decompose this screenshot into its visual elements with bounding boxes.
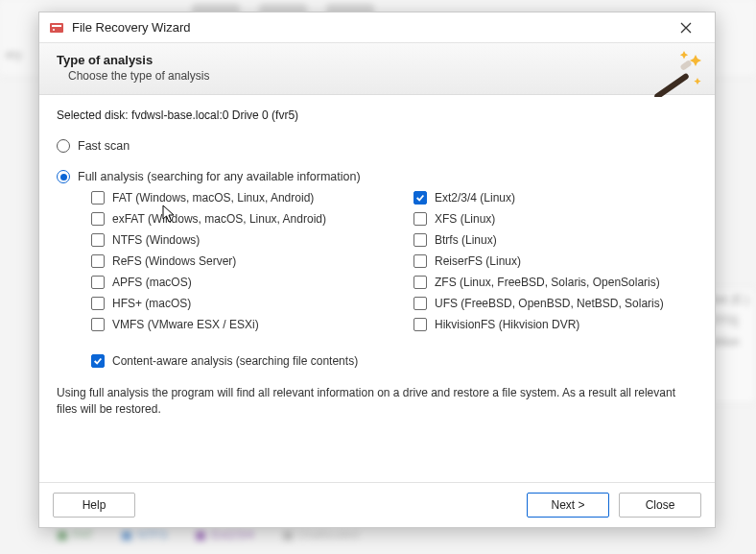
wizard-wand-icon bbox=[648, 49, 701, 97]
wizard-body: Selected disk: fvdwsl-base.local:0 Drive… bbox=[39, 95, 715, 482]
window-title: File Recovery Wizard bbox=[72, 20, 667, 35]
filesystem-grid: FAT (Windows, macOS, Linux, Android)Ext2… bbox=[91, 191, 697, 331]
fs-checkbox-btrfs[interactable]: Btrfs (Linux) bbox=[413, 233, 697, 247]
fs-checkbox-ufs[interactable]: UFS (FreeBSD, OpenBSD, NetBSD, Solaris) bbox=[413, 297, 697, 310]
analysis-description: Using full analysis the program will fin… bbox=[57, 385, 697, 419]
fs-checkbox-exfat[interactable]: exFAT (Windows, macOS, Linux, Android) bbox=[91, 212, 375, 226]
fast-scan-label: Fast scan bbox=[78, 139, 130, 153]
close-window-button[interactable] bbox=[667, 12, 705, 42]
app-icon bbox=[49, 20, 64, 36]
fs-label: Ext2/3/4 (Linux) bbox=[435, 191, 515, 205]
svg-rect-3 bbox=[653, 72, 690, 97]
fs-label: HikvisionFS (Hikvision DVR) bbox=[435, 318, 579, 331]
fs-checkbox-vmfs[interactable]: VMFS (VMware ESX / ESXi) bbox=[91, 318, 375, 331]
fs-label: ReiserFS (Linux) bbox=[435, 254, 521, 268]
svg-rect-4 bbox=[679, 60, 692, 71]
svg-point-2 bbox=[53, 29, 55, 31]
radio-icon bbox=[57, 170, 70, 183]
selected-disk-value: fvdwsl-base.local:0 Drive 0 (fvr5) bbox=[131, 108, 298, 122]
fs-checkbox-reiser[interactable]: ReiserFS (Linux) bbox=[413, 254, 697, 268]
background-legend: FAT NTFS Ext2/3/4 Unallocated bbox=[58, 525, 737, 544]
checkbox-icon bbox=[91, 297, 105, 310]
fs-checkbox-zfs[interactable]: ZFS (Linux, FreeBSD, Solaris, OpenSolari… bbox=[413, 276, 697, 289]
fs-checkbox-ext[interactable]: Ext2/3/4 (Linux) bbox=[413, 191, 697, 205]
fs-checkbox-ntfs[interactable]: NTFS (Windows) bbox=[91, 233, 375, 247]
fs-checkbox-fat[interactable]: FAT (Windows, macOS, Linux, Android) bbox=[91, 191, 375, 205]
selected-disk-label: Selected disk: bbox=[57, 108, 131, 122]
checkbox-icon bbox=[413, 318, 427, 331]
close-icon bbox=[680, 22, 692, 34]
fs-label: APFS (macOS) bbox=[112, 276, 192, 289]
checkbox-icon bbox=[91, 212, 105, 226]
fast-scan-radio[interactable]: Fast scan bbox=[57, 139, 697, 153]
next-button[interactable]: Next > bbox=[527, 493, 609, 518]
fs-label: FAT (Windows, macOS, Linux, Android) bbox=[112, 191, 314, 205]
checkbox-icon bbox=[413, 297, 427, 310]
content-aware-checkbox[interactable]: Content-aware analysis (searching file c… bbox=[91, 354, 697, 368]
selected-disk-row: Selected disk: fvdwsl-base.local:0 Drive… bbox=[57, 108, 697, 122]
fs-label: exFAT (Windows, macOS, Linux, Android) bbox=[112, 212, 326, 226]
checkbox-icon bbox=[413, 212, 427, 226]
fs-label: Btrfs (Linux) bbox=[435, 233, 497, 247]
checkbox-icon bbox=[413, 191, 427, 205]
fs-label: ReFS (Windows Server) bbox=[112, 254, 236, 268]
content-aware-label: Content-aware analysis (searching file c… bbox=[112, 354, 358, 368]
fs-checkbox-hikfs[interactable]: HikvisionFS (Hikvision DVR) bbox=[413, 318, 697, 331]
svg-rect-0 bbox=[50, 23, 63, 33]
fs-label: HFS+ (macOS) bbox=[112, 297, 191, 310]
checkbox-icon bbox=[91, 254, 105, 268]
wizard-header: Type of analysis Choose the type of anal… bbox=[39, 43, 715, 95]
titlebar: File Recovery Wizard bbox=[39, 12, 715, 43]
full-analysis-label: Full analysis (searching for any availab… bbox=[78, 170, 361, 183]
page-title: Type of analysis bbox=[57, 53, 697, 67]
checkbox-icon bbox=[91, 191, 105, 205]
svg-rect-1 bbox=[52, 25, 61, 27]
checkbox-icon bbox=[91, 354, 105, 368]
radio-icon bbox=[57, 139, 70, 153]
fs-label: VMFS (VMware ESX / ESXi) bbox=[112, 318, 259, 331]
checkbox-icon bbox=[413, 254, 427, 268]
checkbox-icon bbox=[91, 233, 105, 247]
fs-label: XFS (Linux) bbox=[435, 212, 495, 226]
file-recovery-wizard-dialog: File Recovery Wizard Type of analysis Ch… bbox=[38, 12, 716, 528]
fs-label: ZFS (Linux, FreeBSD, Solaris, OpenSolari… bbox=[435, 276, 660, 289]
checkbox-icon bbox=[413, 233, 427, 247]
full-analysis-radio[interactable]: Full analysis (searching for any availab… bbox=[57, 170, 697, 183]
fs-checkbox-refs[interactable]: ReFS (Windows Server) bbox=[91, 254, 375, 268]
close-button[interactable]: Close bbox=[619, 493, 701, 518]
fs-checkbox-xfs[interactable]: XFS (Linux) bbox=[413, 212, 697, 226]
checkbox-icon bbox=[413, 276, 427, 289]
checkbox-icon bbox=[91, 276, 105, 289]
page-subtitle: Choose the type of analysis bbox=[68, 69, 697, 83]
help-button[interactable]: Help bbox=[53, 493, 135, 518]
fs-checkbox-hfsplus[interactable]: HFS+ (macOS) bbox=[91, 297, 375, 310]
fs-checkbox-apfs[interactable]: APFS (macOS) bbox=[91, 276, 375, 289]
checkbox-icon bbox=[91, 318, 105, 331]
fs-label: UFS (FreeBSD, OpenBSD, NetBSD, Solaris) bbox=[435, 297, 664, 310]
fs-label: NTFS (Windows) bbox=[112, 233, 200, 247]
wizard-footer: Help Next > Close bbox=[39, 482, 715, 527]
